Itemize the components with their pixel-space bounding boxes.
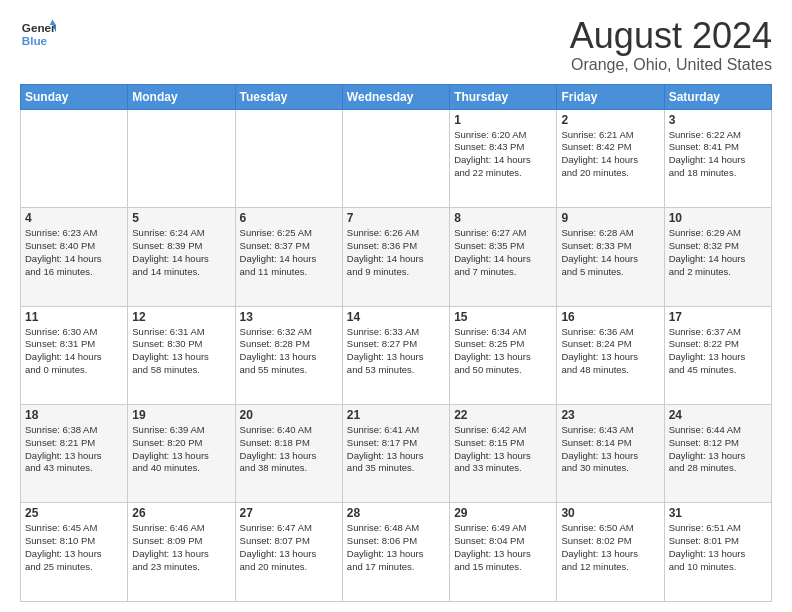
col-wednesday: Wednesday	[342, 84, 449, 109]
calendar-cell	[342, 109, 449, 207]
day-number: 29	[454, 506, 552, 520]
page: General Blue August 2024 Orange, Ohio, U…	[0, 0, 792, 612]
cell-info: Sunrise: 6:30 AM Sunset: 8:31 PM Dayligh…	[25, 326, 123, 377]
title-block: August 2024 Orange, Ohio, United States	[570, 16, 772, 74]
logo: General Blue	[20, 16, 56, 52]
calendar-cell: 2Sunrise: 6:21 AM Sunset: 8:42 PM Daylig…	[557, 109, 664, 207]
cell-info: Sunrise: 6:26 AM Sunset: 8:36 PM Dayligh…	[347, 227, 445, 278]
cell-info: Sunrise: 6:29 AM Sunset: 8:32 PM Dayligh…	[669, 227, 767, 278]
calendar-cell: 28Sunrise: 6:48 AM Sunset: 8:06 PM Dayli…	[342, 503, 449, 602]
calendar-week-row: 25Sunrise: 6:45 AM Sunset: 8:10 PM Dayli…	[21, 503, 772, 602]
day-number: 5	[132, 211, 230, 225]
cell-info: Sunrise: 6:39 AM Sunset: 8:20 PM Dayligh…	[132, 424, 230, 475]
calendar-header-row: Sunday Monday Tuesday Wednesday Thursday…	[21, 84, 772, 109]
cell-info: Sunrise: 6:28 AM Sunset: 8:33 PM Dayligh…	[561, 227, 659, 278]
calendar-cell: 17Sunrise: 6:37 AM Sunset: 8:22 PM Dayli…	[664, 306, 771, 404]
calendar-week-row: 18Sunrise: 6:38 AM Sunset: 8:21 PM Dayli…	[21, 405, 772, 503]
calendar-cell: 27Sunrise: 6:47 AM Sunset: 8:07 PM Dayli…	[235, 503, 342, 602]
cell-info: Sunrise: 6:23 AM Sunset: 8:40 PM Dayligh…	[25, 227, 123, 278]
calendar-cell	[21, 109, 128, 207]
cell-info: Sunrise: 6:31 AM Sunset: 8:30 PM Dayligh…	[132, 326, 230, 377]
calendar-cell: 14Sunrise: 6:33 AM Sunset: 8:27 PM Dayli…	[342, 306, 449, 404]
cell-info: Sunrise: 6:24 AM Sunset: 8:39 PM Dayligh…	[132, 227, 230, 278]
col-monday: Monday	[128, 84, 235, 109]
cell-info: Sunrise: 6:45 AM Sunset: 8:10 PM Dayligh…	[25, 522, 123, 573]
col-saturday: Saturday	[664, 84, 771, 109]
calendar-cell: 4Sunrise: 6:23 AM Sunset: 8:40 PM Daylig…	[21, 208, 128, 306]
day-number: 18	[25, 408, 123, 422]
calendar-cell: 16Sunrise: 6:36 AM Sunset: 8:24 PM Dayli…	[557, 306, 664, 404]
logo-icon: General Blue	[20, 16, 56, 52]
cell-info: Sunrise: 6:32 AM Sunset: 8:28 PM Dayligh…	[240, 326, 338, 377]
day-number: 17	[669, 310, 767, 324]
cell-info: Sunrise: 6:20 AM Sunset: 8:43 PM Dayligh…	[454, 129, 552, 180]
cell-info: Sunrise: 6:34 AM Sunset: 8:25 PM Dayligh…	[454, 326, 552, 377]
day-number: 10	[669, 211, 767, 225]
cell-info: Sunrise: 6:48 AM Sunset: 8:06 PM Dayligh…	[347, 522, 445, 573]
day-number: 27	[240, 506, 338, 520]
cell-info: Sunrise: 6:51 AM Sunset: 8:01 PM Dayligh…	[669, 522, 767, 573]
day-number: 15	[454, 310, 552, 324]
cell-info: Sunrise: 6:47 AM Sunset: 8:07 PM Dayligh…	[240, 522, 338, 573]
cell-info: Sunrise: 6:22 AM Sunset: 8:41 PM Dayligh…	[669, 129, 767, 180]
cell-info: Sunrise: 6:27 AM Sunset: 8:35 PM Dayligh…	[454, 227, 552, 278]
calendar-cell: 9Sunrise: 6:28 AM Sunset: 8:33 PM Daylig…	[557, 208, 664, 306]
calendar-week-row: 1Sunrise: 6:20 AM Sunset: 8:43 PM Daylig…	[21, 109, 772, 207]
cell-info: Sunrise: 6:50 AM Sunset: 8:02 PM Dayligh…	[561, 522, 659, 573]
cell-info: Sunrise: 6:49 AM Sunset: 8:04 PM Dayligh…	[454, 522, 552, 573]
day-number: 6	[240, 211, 338, 225]
day-number: 24	[669, 408, 767, 422]
day-number: 22	[454, 408, 552, 422]
main-title: August 2024	[570, 16, 772, 56]
svg-text:Blue: Blue	[22, 34, 48, 47]
calendar-cell	[128, 109, 235, 207]
cell-info: Sunrise: 6:37 AM Sunset: 8:22 PM Dayligh…	[669, 326, 767, 377]
day-number: 14	[347, 310, 445, 324]
calendar-cell: 10Sunrise: 6:29 AM Sunset: 8:32 PM Dayli…	[664, 208, 771, 306]
day-number: 4	[25, 211, 123, 225]
calendar-week-row: 4Sunrise: 6:23 AM Sunset: 8:40 PM Daylig…	[21, 208, 772, 306]
cell-info: Sunrise: 6:33 AM Sunset: 8:27 PM Dayligh…	[347, 326, 445, 377]
header: General Blue August 2024 Orange, Ohio, U…	[20, 16, 772, 74]
day-number: 9	[561, 211, 659, 225]
calendar-cell: 6Sunrise: 6:25 AM Sunset: 8:37 PM Daylig…	[235, 208, 342, 306]
day-number: 1	[454, 113, 552, 127]
calendar-cell: 1Sunrise: 6:20 AM Sunset: 8:43 PM Daylig…	[450, 109, 557, 207]
day-number: 30	[561, 506, 659, 520]
calendar-cell: 8Sunrise: 6:27 AM Sunset: 8:35 PM Daylig…	[450, 208, 557, 306]
day-number: 20	[240, 408, 338, 422]
day-number: 3	[669, 113, 767, 127]
cell-info: Sunrise: 6:38 AM Sunset: 8:21 PM Dayligh…	[25, 424, 123, 475]
day-number: 16	[561, 310, 659, 324]
calendar-cell: 12Sunrise: 6:31 AM Sunset: 8:30 PM Dayli…	[128, 306, 235, 404]
calendar: Sunday Monday Tuesday Wednesday Thursday…	[20, 84, 772, 602]
day-number: 28	[347, 506, 445, 520]
day-number: 23	[561, 408, 659, 422]
subtitle: Orange, Ohio, United States	[570, 56, 772, 74]
cell-info: Sunrise: 6:43 AM Sunset: 8:14 PM Dayligh…	[561, 424, 659, 475]
cell-info: Sunrise: 6:36 AM Sunset: 8:24 PM Dayligh…	[561, 326, 659, 377]
cell-info: Sunrise: 6:42 AM Sunset: 8:15 PM Dayligh…	[454, 424, 552, 475]
calendar-cell: 15Sunrise: 6:34 AM Sunset: 8:25 PM Dayli…	[450, 306, 557, 404]
col-tuesday: Tuesday	[235, 84, 342, 109]
day-number: 26	[132, 506, 230, 520]
cell-info: Sunrise: 6:21 AM Sunset: 8:42 PM Dayligh…	[561, 129, 659, 180]
cell-info: Sunrise: 6:40 AM Sunset: 8:18 PM Dayligh…	[240, 424, 338, 475]
day-number: 21	[347, 408, 445, 422]
col-friday: Friday	[557, 84, 664, 109]
calendar-cell: 3Sunrise: 6:22 AM Sunset: 8:41 PM Daylig…	[664, 109, 771, 207]
calendar-cell: 22Sunrise: 6:42 AM Sunset: 8:15 PM Dayli…	[450, 405, 557, 503]
calendar-cell: 19Sunrise: 6:39 AM Sunset: 8:20 PM Dayli…	[128, 405, 235, 503]
calendar-cell: 31Sunrise: 6:51 AM Sunset: 8:01 PM Dayli…	[664, 503, 771, 602]
cell-info: Sunrise: 6:41 AM Sunset: 8:17 PM Dayligh…	[347, 424, 445, 475]
calendar-cell: 20Sunrise: 6:40 AM Sunset: 8:18 PM Dayli…	[235, 405, 342, 503]
day-number: 8	[454, 211, 552, 225]
day-number: 11	[25, 310, 123, 324]
day-number: 25	[25, 506, 123, 520]
calendar-week-row: 11Sunrise: 6:30 AM Sunset: 8:31 PM Dayli…	[21, 306, 772, 404]
day-number: 19	[132, 408, 230, 422]
calendar-cell: 23Sunrise: 6:43 AM Sunset: 8:14 PM Dayli…	[557, 405, 664, 503]
calendar-cell: 30Sunrise: 6:50 AM Sunset: 8:02 PM Dayli…	[557, 503, 664, 602]
calendar-cell: 26Sunrise: 6:46 AM Sunset: 8:09 PM Dayli…	[128, 503, 235, 602]
day-number: 7	[347, 211, 445, 225]
